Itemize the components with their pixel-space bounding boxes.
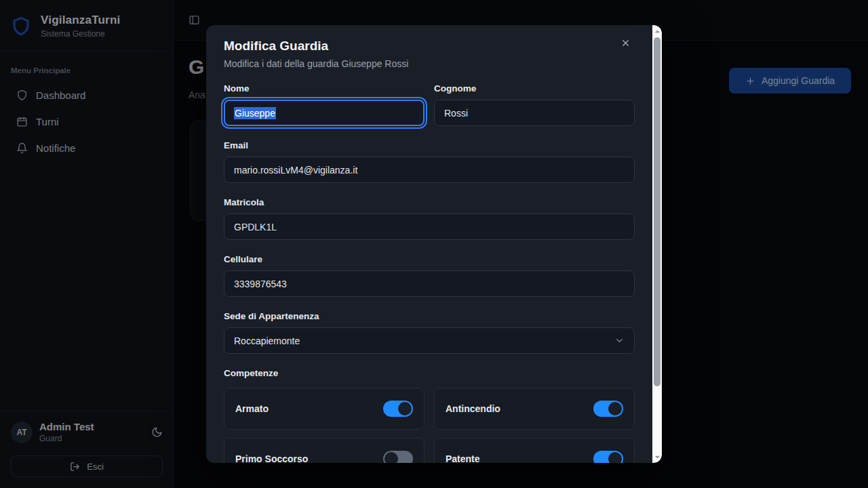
matricola-input[interactable] xyxy=(224,214,635,240)
sede-label: Sede di Appartenenza xyxy=(224,311,635,321)
patente-toggle[interactable] xyxy=(593,451,623,463)
modal-body: Modifica Guardia Modifica i dati della g… xyxy=(206,25,652,463)
toggle-knob xyxy=(384,452,398,463)
modal-title: Modifica Guardia xyxy=(224,39,635,54)
close-icon xyxy=(620,38,631,48)
armato-toggle[interactable] xyxy=(383,401,413,417)
toggle-card-armato: Armato xyxy=(224,388,425,430)
field-matricola: Matricola xyxy=(224,197,635,240)
email-input[interactable] xyxy=(224,157,635,183)
antincendio-label: Antincendio xyxy=(446,403,500,414)
toggle-knob xyxy=(398,402,412,415)
scrollbar-thumb[interactable] xyxy=(654,37,660,386)
cellulare-label: Cellulare xyxy=(224,254,635,264)
field-email: Email xyxy=(224,140,635,183)
toggle-card-primo-soccorso: Primo Soccorso xyxy=(224,438,425,463)
app-root: VigilanzaTurni Sistema Gestione Menu Pri… xyxy=(0,0,868,488)
toggle-card-antincendio: Antincendio xyxy=(434,388,635,430)
field-sede: Sede di Appartenenza Roccapiemonte xyxy=(224,311,635,354)
field-nome: Nome Giuseppe xyxy=(224,83,425,126)
guard-form: Nome Giuseppe Cognome Email Matricola xyxy=(224,83,635,463)
field-cellulare: Cellulare xyxy=(224,254,635,297)
primo-soccorso-label: Primo Soccorso xyxy=(235,453,308,463)
cellulare-input[interactable] xyxy=(224,270,635,297)
toggle-knob xyxy=(608,452,622,463)
cognome-input[interactable] xyxy=(434,100,635,126)
chevron-down-icon xyxy=(614,336,625,346)
cognome-label: Cognome xyxy=(434,83,635,94)
nome-label: Nome xyxy=(224,83,425,94)
toggle-card-patente: Patente xyxy=(434,438,635,463)
competenze-grid: Armato Antincendio Primo Soccorso Patent… xyxy=(224,388,635,463)
matricola-label: Matricola xyxy=(224,197,635,207)
sede-select[interactable]: Roccapiemonte xyxy=(224,327,635,354)
nome-input[interactable]: Giuseppe xyxy=(224,100,425,126)
nome-selected-text: Giuseppe xyxy=(234,107,276,119)
primo-soccorso-toggle[interactable] xyxy=(383,451,413,463)
modal-scrollbar[interactable] xyxy=(652,25,662,463)
toggle-knob xyxy=(608,402,622,415)
armato-label: Armato xyxy=(235,403,269,414)
modal-subtitle: Modifica i dati della guardia Giuseppe R… xyxy=(224,58,635,69)
email-label: Email xyxy=(224,140,635,150)
edit-guard-modal: Modifica Guardia Modifica i dati della g… xyxy=(206,25,662,463)
competenze-label: Competenze xyxy=(224,368,635,378)
field-cognome: Cognome xyxy=(434,83,635,126)
modal-close-button[interactable] xyxy=(618,36,632,49)
sede-selected-value: Roccapiemonte xyxy=(234,336,300,346)
patente-label: Patente xyxy=(446,453,480,463)
antincendio-toggle[interactable] xyxy=(593,401,623,417)
